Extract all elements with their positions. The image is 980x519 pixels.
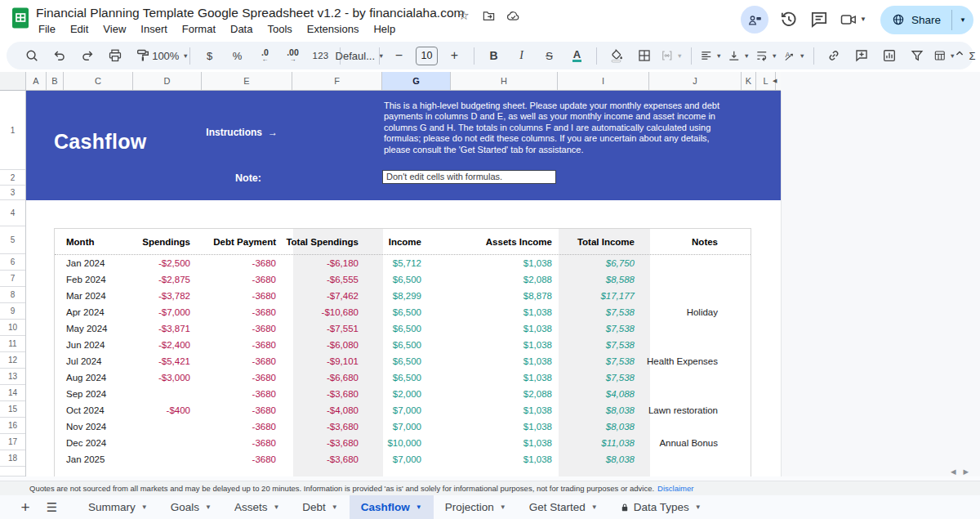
share-dropdown[interactable]: ▼ bbox=[952, 6, 973, 34]
row-header-4[interactable]: 4 bbox=[0, 200, 25, 226]
menu-format[interactable]: Format bbox=[175, 20, 223, 38]
vertical-align-icon[interactable]: ▼ bbox=[725, 45, 752, 67]
cell[interactable]: Holiday bbox=[55, 304, 718, 320]
cell[interactable]: Annual Bonus bbox=[55, 435, 718, 451]
table-row[interactable]: Nov 2024-3680-$3,680$7,000$1,038$8,038 bbox=[55, 418, 751, 435]
sheet-tab-assets[interactable]: Assets▼ bbox=[223, 495, 291, 519]
menu-edit[interactable]: Edit bbox=[63, 20, 96, 38]
share-button[interactable]: Share ▼ bbox=[880, 6, 973, 34]
row-header-10[interactable]: 10 bbox=[0, 320, 25, 336]
menu-extensions[interactable]: Extensions bbox=[300, 20, 367, 38]
text-rotation-icon[interactable]: A▼ bbox=[781, 45, 808, 67]
scroll-left-icon[interactable]: ◀ bbox=[951, 468, 956, 476]
sheets-logo-icon[interactable] bbox=[9, 7, 32, 29]
sheet-tab-data-types[interactable]: Data Types▼ bbox=[609, 495, 713, 519]
cell[interactable]: $8,588 bbox=[55, 271, 635, 288]
cell[interactable]: $8,038 bbox=[55, 451, 635, 468]
presence-icon[interactable] bbox=[741, 6, 768, 34]
column-header-B[interactable]: B bbox=[47, 72, 64, 90]
menu-data[interactable]: Data bbox=[223, 20, 260, 38]
menu-file[interactable]: File bbox=[31, 20, 63, 38]
menu-help[interactable]: Help bbox=[366, 20, 403, 38]
column-header-H[interactable]: H bbox=[451, 72, 558, 90]
menu-view[interactable]: View bbox=[96, 20, 133, 38]
horizontal-align-icon[interactable]: ▼ bbox=[697, 45, 724, 67]
cashflow-table[interactable]: MonthSpendingsDebt PaymentTotal Spending… bbox=[54, 228, 751, 476]
move-folder-icon[interactable] bbox=[480, 7, 497, 24]
cell[interactable]: $6,750 bbox=[55, 255, 635, 271]
row-header-8[interactable]: 8 bbox=[0, 287, 25, 303]
table-row[interactable]: Oct 2024-$400-3680-$4,080$7,000$1,038$8,… bbox=[55, 402, 751, 418]
decrease-decimal-icon[interactable]: .0← bbox=[252, 45, 278, 67]
table-row[interactable]: Apr 2024-$7,000-3680-$10,680$6,500$1,038… bbox=[55, 304, 751, 320]
column-header-D[interactable]: D bbox=[133, 72, 202, 90]
table-row[interactable]: Jul 2024-$5,421-3680-$9,101$6,500$1,038$… bbox=[55, 353, 751, 369]
row-header-17[interactable]: 17 bbox=[0, 434, 25, 450]
increase-font-size-icon[interactable]: + bbox=[441, 45, 468, 67]
italic-icon[interactable]: I bbox=[508, 45, 535, 67]
insert-link-icon[interactable] bbox=[820, 45, 847, 67]
sheet-tab-debt[interactable]: Debt▼ bbox=[291, 495, 349, 519]
table-row[interactable]: May 2024-$3,871-3680-$7,551$6,500$1,038$… bbox=[55, 320, 751, 337]
row-header-18[interactable]: 18 bbox=[0, 450, 25, 467]
column-header-K[interactable]: K bbox=[742, 72, 756, 90]
document-title[interactable]: Financial Planning Template Google Sprea… bbox=[36, 6, 464, 20]
table-row[interactable]: Aug 2024-$3,000-3680-$6,680$6,500$1,038$… bbox=[55, 369, 751, 386]
text-wrap-icon[interactable]: ▼ bbox=[753, 45, 780, 67]
cell[interactable]: Lawn restoration bbox=[55, 402, 718, 418]
decrease-font-size-icon[interactable]: − bbox=[385, 45, 412, 67]
cell[interactable]: $7,538 bbox=[55, 369, 635, 386]
select-all-corner[interactable] bbox=[0, 72, 26, 90]
column-header-A[interactable]: A bbox=[26, 72, 47, 90]
cell[interactable]: Health Expenses bbox=[55, 353, 718, 369]
zoom-select[interactable]: 100%▼ bbox=[157, 45, 184, 67]
table-row[interactable]: Mar 2024-$3,782-3680-$7,462$8,299$8,878$… bbox=[55, 288, 751, 304]
star-icon[interactable]: ☆ bbox=[456, 7, 472, 24]
undo-icon[interactable] bbox=[46, 45, 73, 67]
row-header-11[interactable]: 11 bbox=[0, 336, 25, 352]
row-header-13[interactable]: 13 bbox=[0, 369, 25, 385]
add-sheet-button[interactable]: + bbox=[13, 495, 38, 519]
table-row[interactable]: Jun 2024-$2,400-3680-$6,080$6,500$1,038$… bbox=[55, 337, 751, 353]
table-row[interactable]: Dec 2024-3680-$3,680$10,000$1,038$11,038… bbox=[55, 435, 751, 451]
row-header-15[interactable]: 15 bbox=[0, 401, 25, 418]
merge-cells-icon[interactable]: ▼ bbox=[658, 45, 685, 67]
hidden-columns-arrow-icon[interactable]: ◀ bbox=[773, 78, 777, 84]
sheet-tab-projection[interactable]: Projection▼ bbox=[434, 495, 518, 519]
bold-icon[interactable]: B bbox=[480, 45, 507, 67]
collapse-toolbar-button[interactable] bbox=[949, 43, 970, 64]
insert-comment-icon[interactable] bbox=[848, 45, 875, 67]
menu-tools[interactable]: Tools bbox=[260, 20, 299, 38]
cell[interactable]: $4,088 bbox=[55, 386, 635, 402]
cell[interactable]: $7,538 bbox=[55, 320, 635, 337]
cell[interactable]: $17,177 bbox=[55, 288, 635, 304]
table-row[interactable]: Feb 2024-$2,875-3680-$6,555$6,500$2,088$… bbox=[55, 271, 751, 288]
insert-chart-icon[interactable] bbox=[875, 45, 902, 67]
sheet-tab-summary[interactable]: Summary▼ bbox=[77, 495, 159, 519]
column-header-C[interactable]: C bbox=[64, 72, 133, 90]
borders-icon[interactable] bbox=[630, 45, 657, 67]
percent-format-icon[interactable]: % bbox=[224, 45, 251, 67]
column-header-J[interactable]: J bbox=[649, 72, 742, 90]
font-size-input[interactable]: 10 bbox=[413, 45, 440, 67]
comments-icon[interactable] bbox=[809, 10, 829, 29]
cell[interactable]: $8,038 bbox=[55, 418, 635, 435]
row-header-1[interactable]: 1 bbox=[0, 91, 25, 170]
table-row[interactable]: Jan 2025-3680-$3,680$7,000$1,038$8,038 bbox=[55, 451, 751, 468]
row-header-16[interactable]: 16 bbox=[0, 418, 25, 434]
redo-icon[interactable] bbox=[74, 45, 100, 67]
row-header-9[interactable]: 9 bbox=[0, 303, 25, 320]
disclaimer-link[interactable]: Disclaimer bbox=[657, 484, 693, 493]
row-header-2[interactable]: 2 bbox=[0, 170, 25, 186]
print-icon[interactable] bbox=[101, 45, 128, 67]
row-header-5[interactable]: 5 bbox=[0, 226, 25, 254]
table-row[interactable]: Sep 2024-3680-$3,680$2,000$2,088$4,088 bbox=[55, 386, 751, 402]
text-color-icon[interactable]: A bbox=[564, 45, 590, 67]
horizontal-scroll-buttons[interactable]: ◀▶ bbox=[951, 468, 969, 476]
search-icon[interactable] bbox=[18, 45, 45, 67]
currency-format-icon[interactable]: $ bbox=[196, 45, 223, 67]
more-formats-icon[interactable]: 123 bbox=[307, 45, 334, 67]
strikethrough-icon[interactable]: S bbox=[536, 45, 563, 67]
row-header-12[interactable]: 12 bbox=[0, 352, 25, 369]
scroll-right-icon[interactable]: ▶ bbox=[964, 468, 969, 476]
